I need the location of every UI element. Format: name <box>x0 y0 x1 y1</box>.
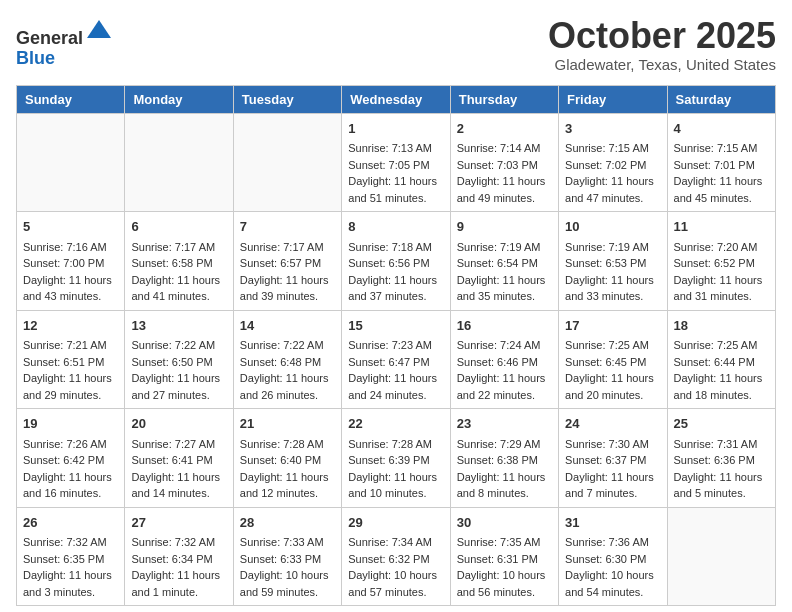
day-number: 5 <box>23 217 118 237</box>
day-number: 14 <box>240 316 335 336</box>
month-title: October 2025 <box>548 16 776 56</box>
day-number: 6 <box>131 217 226 237</box>
calendar-cell: 28Sunrise: 7:33 AMSunset: 6:33 PMDayligh… <box>233 507 341 606</box>
day-info: Sunrise: 7:27 AMSunset: 6:41 PMDaylight:… <box>131 436 226 502</box>
day-info: Sunrise: 7:15 AMSunset: 7:02 PMDaylight:… <box>565 140 660 206</box>
calendar-header-sunday: Sunday <box>17 85 125 113</box>
day-number: 2 <box>457 119 552 139</box>
day-number: 13 <box>131 316 226 336</box>
day-number: 19 <box>23 414 118 434</box>
logo-blue-text: Blue <box>16 49 113 67</box>
day-info: Sunrise: 7:18 AMSunset: 6:56 PMDaylight:… <box>348 239 443 305</box>
day-number: 11 <box>674 217 769 237</box>
calendar-cell: 18Sunrise: 7:25 AMSunset: 6:44 PMDayligh… <box>667 310 775 409</box>
day-info: Sunrise: 7:13 AMSunset: 7:05 PMDaylight:… <box>348 140 443 206</box>
day-info: Sunrise: 7:30 AMSunset: 6:37 PMDaylight:… <box>565 436 660 502</box>
title-block: October 2025 Gladewater, Texas, United S… <box>548 16 776 73</box>
day-info: Sunrise: 7:22 AMSunset: 6:50 PMDaylight:… <box>131 337 226 403</box>
day-info: Sunrise: 7:33 AMSunset: 6:33 PMDaylight:… <box>240 534 335 600</box>
calendar-header-friday: Friday <box>559 85 667 113</box>
day-info: Sunrise: 7:14 AMSunset: 7:03 PMDaylight:… <box>457 140 552 206</box>
calendar-header-monday: Monday <box>125 85 233 113</box>
day-number: 27 <box>131 513 226 533</box>
calendar-cell: 14Sunrise: 7:22 AMSunset: 6:48 PMDayligh… <box>233 310 341 409</box>
week-row-5: 26Sunrise: 7:32 AMSunset: 6:35 PMDayligh… <box>17 507 776 606</box>
calendar-cell <box>233 113 341 212</box>
day-info: Sunrise: 7:26 AMSunset: 6:42 PMDaylight:… <box>23 436 118 502</box>
calendar-cell: 10Sunrise: 7:19 AMSunset: 6:53 PMDayligh… <box>559 212 667 311</box>
day-number: 20 <box>131 414 226 434</box>
logo: General Blue <box>16 16 113 67</box>
logo-text: General <box>16 16 113 49</box>
calendar-cell: 1Sunrise: 7:13 AMSunset: 7:05 PMDaylight… <box>342 113 450 212</box>
calendar-header-row: SundayMondayTuesdayWednesdayThursdayFrid… <box>17 85 776 113</box>
calendar-cell: 4Sunrise: 7:15 AMSunset: 7:01 PMDaylight… <box>667 113 775 212</box>
day-info: Sunrise: 7:20 AMSunset: 6:52 PMDaylight:… <box>674 239 769 305</box>
day-number: 8 <box>348 217 443 237</box>
day-number: 29 <box>348 513 443 533</box>
day-number: 9 <box>457 217 552 237</box>
day-number: 1 <box>348 119 443 139</box>
calendar-cell <box>17 113 125 212</box>
calendar-cell: 31Sunrise: 7:36 AMSunset: 6:30 PMDayligh… <box>559 507 667 606</box>
calendar-cell: 7Sunrise: 7:17 AMSunset: 6:57 PMDaylight… <box>233 212 341 311</box>
calendar-cell: 21Sunrise: 7:28 AMSunset: 6:40 PMDayligh… <box>233 409 341 508</box>
location: Gladewater, Texas, United States <box>548 56 776 73</box>
calendar-cell: 2Sunrise: 7:14 AMSunset: 7:03 PMDaylight… <box>450 113 558 212</box>
day-number: 7 <box>240 217 335 237</box>
calendar-cell: 5Sunrise: 7:16 AMSunset: 7:00 PMDaylight… <box>17 212 125 311</box>
day-info: Sunrise: 7:25 AMSunset: 6:44 PMDaylight:… <box>674 337 769 403</box>
calendar-cell: 26Sunrise: 7:32 AMSunset: 6:35 PMDayligh… <box>17 507 125 606</box>
day-number: 18 <box>674 316 769 336</box>
week-row-3: 12Sunrise: 7:21 AMSunset: 6:51 PMDayligh… <box>17 310 776 409</box>
day-number: 31 <box>565 513 660 533</box>
day-info: Sunrise: 7:22 AMSunset: 6:48 PMDaylight:… <box>240 337 335 403</box>
day-number: 25 <box>674 414 769 434</box>
day-info: Sunrise: 7:15 AMSunset: 7:01 PMDaylight:… <box>674 140 769 206</box>
calendar-cell: 8Sunrise: 7:18 AMSunset: 6:56 PMDaylight… <box>342 212 450 311</box>
day-number: 26 <box>23 513 118 533</box>
day-info: Sunrise: 7:36 AMSunset: 6:30 PMDaylight:… <box>565 534 660 600</box>
calendar-cell <box>125 113 233 212</box>
calendar-cell: 13Sunrise: 7:22 AMSunset: 6:50 PMDayligh… <box>125 310 233 409</box>
day-info: Sunrise: 7:32 AMSunset: 6:35 PMDaylight:… <box>23 534 118 600</box>
day-number: 16 <box>457 316 552 336</box>
calendar-cell: 30Sunrise: 7:35 AMSunset: 6:31 PMDayligh… <box>450 507 558 606</box>
calendar-header-wednesday: Wednesday <box>342 85 450 113</box>
calendar-cell: 9Sunrise: 7:19 AMSunset: 6:54 PMDaylight… <box>450 212 558 311</box>
calendar-header-saturday: Saturday <box>667 85 775 113</box>
day-info: Sunrise: 7:17 AMSunset: 6:58 PMDaylight:… <box>131 239 226 305</box>
calendar-cell: 24Sunrise: 7:30 AMSunset: 6:37 PMDayligh… <box>559 409 667 508</box>
calendar-cell: 20Sunrise: 7:27 AMSunset: 6:41 PMDayligh… <box>125 409 233 508</box>
week-row-4: 19Sunrise: 7:26 AMSunset: 6:42 PMDayligh… <box>17 409 776 508</box>
calendar-table: SundayMondayTuesdayWednesdayThursdayFrid… <box>16 85 776 607</box>
calendar-cell: 27Sunrise: 7:32 AMSunset: 6:34 PMDayligh… <box>125 507 233 606</box>
day-info: Sunrise: 7:23 AMSunset: 6:47 PMDaylight:… <box>348 337 443 403</box>
day-number: 17 <box>565 316 660 336</box>
calendar-cell: 12Sunrise: 7:21 AMSunset: 6:51 PMDayligh… <box>17 310 125 409</box>
day-info: Sunrise: 7:28 AMSunset: 6:39 PMDaylight:… <box>348 436 443 502</box>
svg-marker-0 <box>87 20 111 38</box>
calendar-cell: 6Sunrise: 7:17 AMSunset: 6:58 PMDaylight… <box>125 212 233 311</box>
calendar-cell: 3Sunrise: 7:15 AMSunset: 7:02 PMDaylight… <box>559 113 667 212</box>
calendar-cell: 22Sunrise: 7:28 AMSunset: 6:39 PMDayligh… <box>342 409 450 508</box>
day-number: 4 <box>674 119 769 139</box>
day-info: Sunrise: 7:35 AMSunset: 6:31 PMDaylight:… <box>457 534 552 600</box>
day-info: Sunrise: 7:28 AMSunset: 6:40 PMDaylight:… <box>240 436 335 502</box>
calendar-header-tuesday: Tuesday <box>233 85 341 113</box>
calendar-cell: 16Sunrise: 7:24 AMSunset: 6:46 PMDayligh… <box>450 310 558 409</box>
day-info: Sunrise: 7:25 AMSunset: 6:45 PMDaylight:… <box>565 337 660 403</box>
day-info: Sunrise: 7:32 AMSunset: 6:34 PMDaylight:… <box>131 534 226 600</box>
day-info: Sunrise: 7:31 AMSunset: 6:36 PMDaylight:… <box>674 436 769 502</box>
page-header: General Blue October 2025 Gladewater, Te… <box>16 16 776 73</box>
day-number: 10 <box>565 217 660 237</box>
calendar-cell <box>667 507 775 606</box>
day-info: Sunrise: 7:19 AMSunset: 6:54 PMDaylight:… <box>457 239 552 305</box>
day-number: 28 <box>240 513 335 533</box>
day-info: Sunrise: 7:21 AMSunset: 6:51 PMDaylight:… <box>23 337 118 403</box>
day-number: 12 <box>23 316 118 336</box>
calendar-cell: 25Sunrise: 7:31 AMSunset: 6:36 PMDayligh… <box>667 409 775 508</box>
day-info: Sunrise: 7:17 AMSunset: 6:57 PMDaylight:… <box>240 239 335 305</box>
calendar-header-thursday: Thursday <box>450 85 558 113</box>
day-info: Sunrise: 7:19 AMSunset: 6:53 PMDaylight:… <box>565 239 660 305</box>
